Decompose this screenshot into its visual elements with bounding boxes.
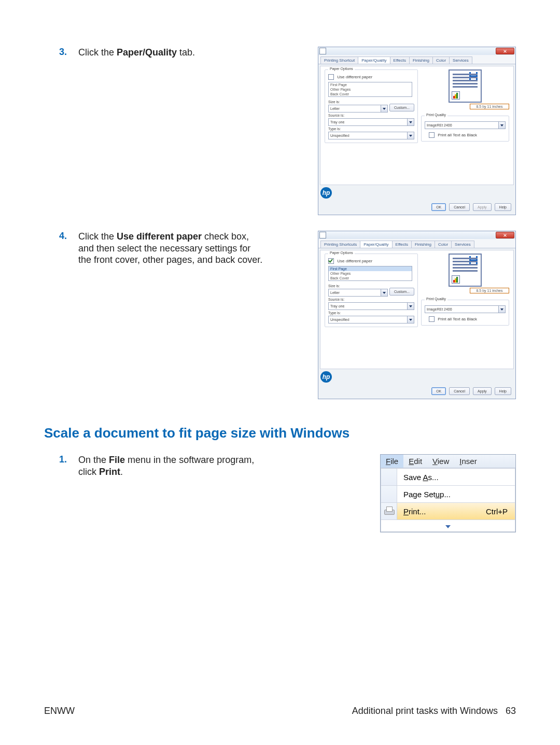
paper-options-label: Paper Options [328,67,355,71]
custom-button[interactable]: Custom... [389,288,414,296]
hp-logo-icon: hp [320,371,332,383]
source-select[interactable]: Tray one [328,302,414,310]
list-item[interactable]: Back Cover [329,276,412,280]
tab-paper-quality[interactable]: Paper/Quality [358,57,390,64]
tab-finishing[interactable]: Finishing [409,57,433,64]
hp-logo-icon: hp [320,187,332,199]
custom-button[interactable]: Custom... [389,104,414,111]
print-black-checkbox[interactable] [429,132,435,138]
paper-dimensions: 8.5 by 11 inches [470,288,509,293]
print-quality-select[interactable]: ImageREt 2400 [425,121,506,129]
list-item[interactable]: Other Pages [329,87,412,92]
list-item[interactable]: Other Pages [329,271,412,276]
print-dialog-2: Printing Shortcuts Paper/Quality Effects… [318,231,516,399]
ok-button[interactable]: OK [431,387,446,395]
chevron-down-icon [407,119,414,125]
cancel-button[interactable]: Cancel [449,203,470,211]
step-number: 1. [44,454,78,465]
source-label: Source is: [328,298,414,301]
cancel-button[interactable]: Cancel [449,387,470,395]
close-icon[interactable] [496,48,514,54]
window-document-icon [319,232,326,238]
footer-right: Additional print tasks with Windows 63 [352,706,516,716]
footer-left: ENWW [44,706,75,716]
step-text: Click the Use different paper check box,… [78,231,275,266]
apply-button[interactable]: Apply [473,387,492,395]
size-select[interactable]: Letter [328,289,388,297]
menu-item-save-as[interactable]: Save As... [381,468,515,486]
print-quality-select[interactable]: ImageREt 2400 [425,305,506,313]
menu-edit[interactable]: Edit [403,455,427,468]
tab-printing-shortcuts[interactable]: Printing Shortcuts [320,241,360,248]
tab-finishing[interactable]: Finishing [411,241,435,248]
chevron-down-icon [498,306,505,313]
type-select[interactable]: Unspecified [328,316,414,324]
ok-button[interactable]: OK [431,203,446,211]
tab-services[interactable]: Services [451,241,474,248]
print-black-checkbox[interactable] [429,316,435,322]
print-quality-label: Print Quality [425,113,447,117]
tab-printing-shortcut[interactable]: Printing Shortcut [320,57,358,64]
close-icon[interactable] [496,232,514,238]
chevron-down-icon [381,289,387,296]
use-different-paper-checkbox[interactable] [328,258,334,264]
tab-color[interactable]: Color [435,241,452,248]
chevron-down-icon [407,132,414,139]
print-dialog-1: Printing Shortcut Paper/Quality Effects … [318,47,516,215]
tab-paper-quality[interactable]: Paper/Quality [360,241,392,248]
chevron-down-icon [381,105,387,112]
chevron-down-icon [444,523,452,529]
size-label: Size is: [328,100,414,104]
pages-listbox[interactable]: First Page Other Pages Back Cover [328,82,412,97]
chevron-down-icon [498,122,505,129]
step-text: On the File menu in the software program… [78,454,275,477]
type-select[interactable]: Unspecified [328,132,414,139]
apply-button[interactable]: Apply [473,203,492,211]
source-select[interactable]: Tray one [328,118,414,126]
step-number: 3. [44,47,78,58]
use-different-paper-label: Use different paper [337,259,372,263]
section-heading: Scale a document to fit page size with W… [44,425,516,441]
size-select[interactable]: Letter [328,105,388,113]
print-black-label: Print all Text as Black [438,317,477,321]
menu-item-print[interactable]: Print... Ctrl+P [381,502,515,520]
list-item[interactable]: First Page [329,82,412,87]
use-different-paper-label: Use different paper [337,75,372,79]
file-menu-mock: File Edit View Inser Save As... Page Set… [380,454,516,532]
window-document-icon [319,48,326,54]
tab-services[interactable]: Services [449,57,472,64]
menu-file[interactable]: File [381,455,403,468]
step-text: Click the Paper/Quality tab. [78,47,275,59]
page-preview [449,69,482,103]
menu-expand[interactable] [381,519,515,532]
chart-icon [452,91,460,100]
file-dropdown: Save As... Page Setup... Print... Ctrl+P [381,468,515,532]
tab-effects[interactable]: Effects [392,241,412,248]
size-label: Size is: [328,284,414,288]
print-quality-label: Print Quality [425,297,447,301]
tab-strip: Printing Shortcuts Paper/Quality Effects… [318,239,515,248]
pages-listbox[interactable]: First Page Other Pages Back Cover [328,266,412,281]
menu-shortcut: Ctrl+P [486,507,515,516]
use-different-paper-checkbox[interactable] [328,74,334,80]
printer-icon [384,508,394,515]
help-button[interactable]: Help [495,387,511,395]
type-label: Type is: [328,311,414,315]
type-label: Type is: [328,127,414,131]
tab-effects[interactable]: Effects [390,57,410,64]
tab-strip: Printing Shortcut Paper/Quality Effects … [318,55,515,64]
print-black-label: Print all Text as Black [438,133,477,137]
menu-item-page-setup[interactable]: Page Setup... [381,485,515,503]
help-button[interactable]: Help [495,203,511,211]
list-item[interactable]: First Page [329,266,412,271]
menu-inser[interactable]: Inser [454,455,482,468]
menu-view[interactable]: View [427,455,454,468]
paper-options-label: Paper Options [328,251,355,255]
menu-bar: File Edit View Inser [381,455,515,468]
tab-color[interactable]: Color [432,57,450,64]
chevron-down-icon [407,316,414,323]
step-number: 4. [44,231,78,242]
list-item[interactable]: Back Cover [329,92,412,96]
source-label: Source is: [328,114,414,117]
paper-dimensions: 8.5 by 11 inches [470,104,509,109]
